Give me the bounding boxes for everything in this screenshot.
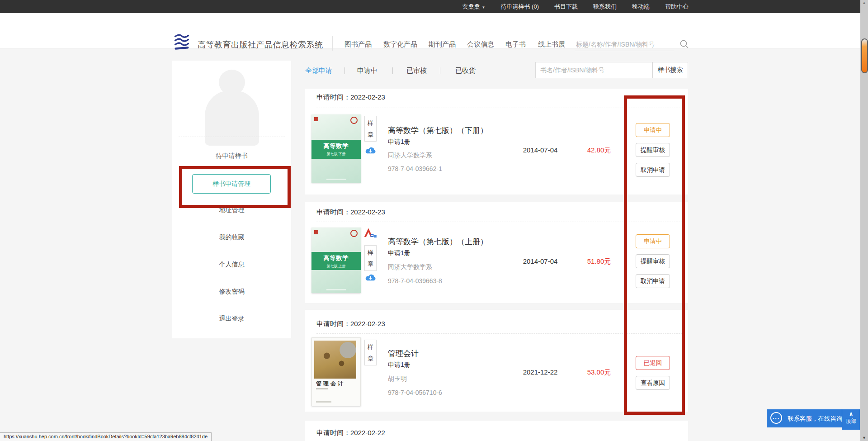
pending-samples-label[interactable]: 待申请样书 — [172, 152, 291, 160]
book-author: 同济大学数学系 — [388, 152, 432, 160]
chat-label: 联系客服，在线咨询 — [788, 415, 843, 423]
cancel-application-button[interactable]: 取消申请 — [636, 274, 670, 288]
user-name: 玄桑桑 — [462, 3, 480, 10]
remind-review-button[interactable]: 提醒审核 — [636, 143, 670, 157]
tab-all-applications[interactable]: 全部申请 — [305, 66, 332, 75]
application-date: 申请时间：2022-02-23 — [316, 93, 385, 102]
digital-course-icon[interactable] — [363, 228, 377, 239]
book-title[interactable]: 高等数学（第七版）（下册） — [388, 125, 488, 136]
nav-book-products[interactable]: 图书产品 — [344, 40, 372, 49]
application-date: 申请时间：2022-02-23 — [316, 320, 385, 328]
cover-press-mark — [314, 230, 318, 234]
status-in-progress-button[interactable]: 申请中 — [636, 123, 670, 137]
sidebar-divider — [179, 137, 285, 137]
topbar-item-mobile[interactable]: 移动端 — [632, 3, 650, 11]
cover-seal — [350, 117, 358, 124]
avatar-body — [205, 90, 259, 146]
tab-approved[interactable]: 已审核 — [406, 66, 427, 75]
sidebar-item-profile[interactable]: 个人信息 — [172, 261, 291, 269]
sidebar-item-favorites[interactable]: 我的收藏 — [172, 233, 291, 242]
topbar-item-catalog-download[interactable]: 书目下载 — [554, 3, 578, 11]
application-date: 申请时间：2022-02-23 — [316, 208, 385, 217]
order-card: 申请时间：2022-02-23 高等数学 第七版 下册 样章 高等数学（第七版）… — [305, 89, 688, 194]
book-price: 53.00元 — [579, 368, 619, 377]
scrollbar[interactable]: ▲ ▼ — [860, 0, 868, 441]
cover-title: 高等数学 — [311, 142, 361, 150]
tab-received[interactable]: 已收货 — [455, 66, 476, 75]
book-cover[interactable]: 高等数学 第七版 下册 — [311, 114, 361, 183]
sample-search-input[interactable] — [535, 62, 652, 78]
book-pub-date: 2014-07-04 — [511, 146, 570, 154]
header: 高等教育出版社产品信息检索系统 图书产品 数字化产品 期刊产品 会议信息 电子书… — [0, 13, 868, 48]
status-returned-button[interactable]: 已退回 — [636, 356, 670, 370]
tab-separator — [344, 67, 345, 74]
sample-chapter-badge[interactable]: 样章 — [364, 245, 377, 271]
header-search-input[interactable] — [575, 38, 674, 51]
order-card: 申请时间：2022-02-22 — [305, 421, 688, 441]
chat-bubble-icon: ··· — [770, 412, 782, 424]
card-divider — [316, 108, 682, 108]
application-date: 申请时间：2022-02-22 — [316, 429, 385, 437]
book-pub-date: 2021-12-22 — [511, 368, 570, 376]
tab-separator — [392, 67, 393, 74]
site-title: 高等教育出版社产品信息检索系统 — [198, 39, 323, 50]
book-cover[interactable]: 管理会计 — [311, 337, 361, 406]
topbar-item-help-center[interactable]: 帮助中心 — [665, 3, 689, 11]
card-divider — [316, 222, 682, 222]
cover-title: 管理会计 — [316, 380, 345, 388]
book-copies: 申请1册 — [388, 138, 410, 146]
nav-conference-info[interactable]: 会议信息 — [467, 40, 494, 49]
back-to-top-label: 顶部 — [842, 418, 860, 424]
cover-footer-mark — [316, 401, 331, 403]
book-title[interactable]: 高等数学（第七版）（上册） — [388, 237, 488, 247]
cover-subtitle: 第七版 上册 — [311, 264, 361, 269]
tab-in-progress[interactable]: 申请中 — [357, 66, 377, 75]
book-price: 42.80元 — [579, 146, 619, 155]
nav-digital-products[interactable]: 数字化产品 — [383, 40, 417, 49]
sidebar-item-logout[interactable]: 退出登录 — [172, 315, 291, 323]
cover-title: 高等数学 — [311, 254, 361, 262]
page: 玄桑桑▼ 待申请样书 (0) 书目下载 联系我们 移动端 帮助中心 高等教育出版… — [0, 0, 868, 441]
cover-footer-mark — [326, 179, 346, 180]
sample-search-button[interactable]: 样书搜索 — [652, 62, 688, 78]
remind-review-button[interactable]: 提醒审核 — [636, 254, 670, 268]
topbar-item-contact-us[interactable]: 联系我们 — [593, 3, 617, 11]
user-menu[interactable]: 玄桑桑▼ — [462, 3, 486, 11]
card-divider — [316, 333, 682, 334]
topbar-item-pending-samples[interactable]: 待申请样书 (0) — [501, 3, 539, 11]
tab-separator — [440, 67, 440, 74]
nav-ebooks[interactable]: 电子书 — [505, 40, 526, 49]
scrollbar-up-icon[interactable]: ▲ — [860, 0, 868, 5]
order-card: 申请时间：2022-02-23 管理会计 样章 管理会计 申请1册 胡玉明 97… — [305, 310, 688, 412]
sample-chapter-badge[interactable]: 样章 — [364, 340, 377, 365]
nav-online-book-fair[interactable]: 线上书展 — [538, 40, 565, 49]
cover-footer-mark — [326, 289, 346, 290]
caret-down-icon: ▼ — [482, 5, 486, 9]
book-pub-date: 2014-07-04 — [511, 257, 570, 265]
scrollbar-down-icon[interactable]: ▼ — [860, 436, 868, 440]
book-cover[interactable]: 高等数学 第七版 上册 — [311, 228, 361, 293]
back-to-top-button[interactable]: ∧ 顶部 — [842, 409, 860, 430]
status-in-progress-button[interactable]: 申请中 — [636, 234, 670, 248]
cover-subtitle: 第七版 下册 — [311, 152, 361, 156]
sidebar-item-change-password[interactable]: 修改密码 — [172, 288, 291, 296]
sidebar-item-sample-management[interactable]: 样书申请管理 — [192, 174, 271, 194]
book-isbn: 978-7-04-039663-8 — [388, 277, 442, 285]
nav-journal-products[interactable]: 期刊产品 — [429, 40, 456, 49]
cover-band: 高等数学 第七版 上册 — [311, 252, 361, 270]
book-author: 同济大学数学系 — [388, 263, 432, 271]
cancel-application-button[interactable]: 取消申请 — [636, 163, 670, 177]
view-reason-button[interactable]: 查看原因 — [636, 376, 670, 390]
download-cloud-icon[interactable] — [364, 146, 377, 156]
book-author: 胡玉明 — [388, 375, 407, 383]
hep-logo-icon — [173, 33, 190, 51]
sample-chapter-badge[interactable]: 样章 — [364, 116, 377, 142]
scrollbar-thumb[interactable] — [861, 38, 868, 73]
sidebar-item-address[interactable]: 地址管理 — [172, 206, 291, 214]
book-price: 51.80元 — [579, 257, 619, 266]
chat-widget[interactable]: ··· 联系客服，在线咨询 — [767, 409, 842, 427]
book-title[interactable]: 管理会计 — [388, 348, 419, 359]
download-cloud-icon[interactable] — [364, 273, 377, 284]
topbar: 玄桑桑▼ 待申请样书 (0) 书目下载 联系我们 移动端 帮助中心 — [0, 0, 868, 13]
search-icon[interactable] — [679, 39, 690, 50]
